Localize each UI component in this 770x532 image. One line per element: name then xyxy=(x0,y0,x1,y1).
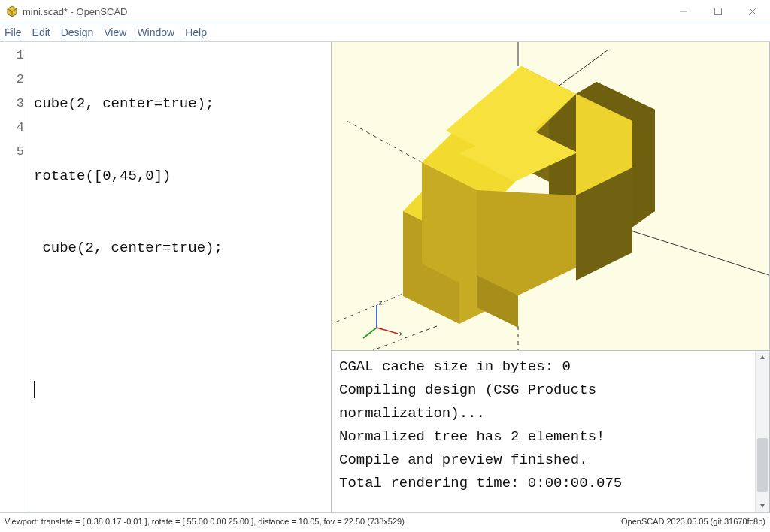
console-output[interactable]: CGAL cache size in bytes: 0 Compiling de… xyxy=(332,351,755,512)
right-column: z x CGAL cache size in bytes: 0 Compilin… xyxy=(332,42,770,512)
code-line[interactable] xyxy=(34,308,223,332)
svg-line-29 xyxy=(377,328,398,334)
status-bar: Viewport: translate = [ 0.38 0.17 -0.01 … xyxy=(0,512,770,530)
svg-line-11 xyxy=(347,121,422,162)
svg-marker-32 xyxy=(760,504,765,508)
line-number: 4 xyxy=(0,116,24,140)
code-line[interactable]: rotate([0,45,0]) xyxy=(34,164,223,188)
maximize-button[interactable] xyxy=(701,0,735,23)
svg-marker-24 xyxy=(477,190,576,295)
menu-view[interactable]: View xyxy=(104,26,126,38)
console-line: Compiling design (CSG Products normaliza… xyxy=(339,379,747,425)
svg-rect-3 xyxy=(715,8,722,15)
menu-file[interactable]: File xyxy=(5,26,22,38)
title-bar: mini.scad* - OpenSCAD xyxy=(0,0,770,23)
minimize-button[interactable] xyxy=(666,0,701,23)
console-scrollbar[interactable] xyxy=(755,351,769,512)
console-line: Compile and preview finished. xyxy=(339,449,747,472)
svg-line-30 xyxy=(363,328,377,338)
app-icon xyxy=(6,5,18,17)
console-line: Total rendering time: 0:00:00.075 xyxy=(339,472,747,495)
code-line[interactable] xyxy=(34,380,223,404)
editor-gutter: 1 2 3 4 5 xyxy=(0,42,29,512)
axis-x-label: x xyxy=(399,330,403,337)
code-editor[interactable]: 1 2 3 4 5 cube(2, center=true); rotate([… xyxy=(0,42,332,512)
workspace: 1 2 3 4 5 cube(2, center=true); rotate([… xyxy=(0,41,770,512)
editor-content[interactable]: cube(2, center=true); rotate([0,45,0]) c… xyxy=(29,42,223,512)
3d-viewport[interactable]: z x xyxy=(332,42,769,351)
menu-help[interactable]: Help xyxy=(185,26,207,38)
console-panel: CGAL cache size in bytes: 0 Compiling de… xyxy=(332,351,769,512)
line-number: 2 xyxy=(0,68,24,92)
close-button[interactable] xyxy=(735,0,770,23)
window-controls xyxy=(666,0,770,23)
console-line: CGAL cache size in bytes: 0 xyxy=(339,355,747,379)
line-number: 3 xyxy=(0,92,24,116)
scroll-down-button[interactable] xyxy=(756,499,769,512)
code-line[interactable]: cube(2, center=true); xyxy=(34,236,223,260)
text-caret xyxy=(34,381,35,398)
axis-z-label: z xyxy=(379,299,383,307)
axis-gizmo: z x xyxy=(363,299,403,338)
menu-design[interactable]: Design xyxy=(61,26,94,38)
rendered-model xyxy=(403,66,655,328)
scrollbar-thumb[interactable] xyxy=(757,438,768,492)
console-line: Normalized tree has 2 elements! xyxy=(339,425,747,449)
line-number: 5 xyxy=(0,140,24,164)
svg-line-10 xyxy=(557,50,608,87)
status-right: OpenSCAD 2023.05.05 (git 31670fc8b) xyxy=(621,517,765,526)
menu-bar: File Edit Design View Window Help xyxy=(0,23,770,41)
scrollbar-track[interactable] xyxy=(756,364,769,499)
line-number: 1 xyxy=(0,44,24,68)
status-left: Viewport: translate = [ 0.38 0.17 -0.01 … xyxy=(5,517,405,526)
scroll-up-button[interactable] xyxy=(756,351,769,364)
menu-edit[interactable]: Edit xyxy=(32,26,50,38)
window-title: mini.scad* - OpenSCAD xyxy=(23,6,127,17)
svg-line-9 xyxy=(629,230,769,275)
code-line[interactable]: cube(2, center=true); xyxy=(34,92,223,116)
menu-window[interactable]: Window xyxy=(137,26,174,38)
svg-marker-31 xyxy=(760,355,765,359)
